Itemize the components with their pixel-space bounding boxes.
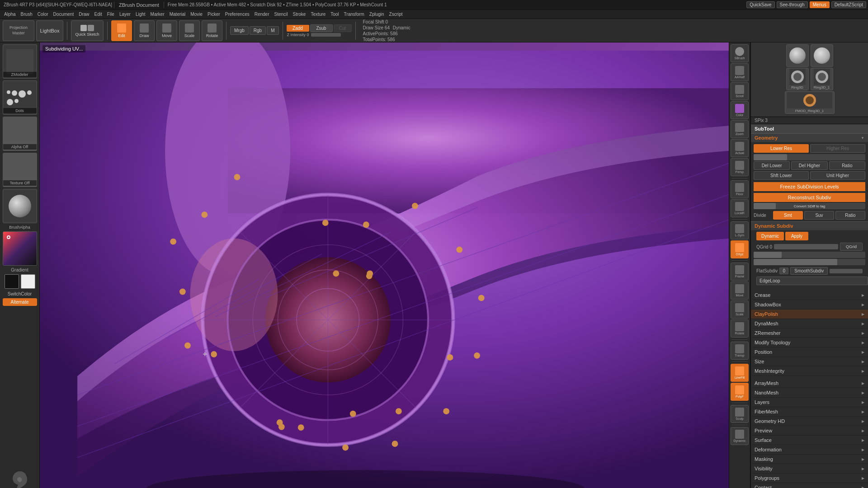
rotate-btn[interactable]: Rotate [202,20,222,41]
subtool-header[interactable]: SubTool [751,124,868,133]
suv-btn[interactable]: Suv [804,211,834,220]
vt-move[interactable]: Move [731,282,749,300]
shift-lower-btn[interactable]: Shft Lower [754,171,809,180]
ring3d1-preview[interactable]: Ring3D_1 [811,68,833,90]
apply-btn[interactable]: Apply [785,232,808,240]
zremesher-item[interactable]: ZRemesher ▶ [751,328,868,338]
menu-texture[interactable]: Texture [308,11,328,17]
lower-res-btn[interactable]: Lower Res [754,144,809,153]
vt-aahalf[interactable]: AAHalf [731,63,749,81]
menu-brush[interactable]: Brush [19,11,35,17]
lower-subdiv-slider[interactable] [754,252,865,258]
vt-scale[interactable]: Scale [731,300,749,319]
contact-item[interactable]: Contact ▶ [751,483,868,488]
quicksave-btn[interactable]: QuickSave [746,1,774,8]
rgb-btn[interactable]: Rgb [250,26,266,35]
subdiv-scroll-slider[interactable] [754,154,865,160]
mrgb-btn[interactable]: Mrgb [230,26,249,35]
smoothsubdiv-btn[interactable]: SmoothSubdiv [790,267,828,275]
geometry-section[interactable]: Geometry ▼ [751,133,868,142]
menu-material[interactable]: Material [167,11,188,17]
material-preview[interactable] [3,189,37,223]
fibermesh-item[interactable]: FiberMesh ▶ [751,407,868,417]
preview-item[interactable]: Preview ▶ [751,426,868,436]
eraser-brush-preview[interactable] [811,44,833,67]
qgrid-btn[interactable]: QGrid [840,243,863,251]
canvas-area[interactable]: Subdividing UV... + ▲▼ [40,42,729,488]
higher-res-btn[interactable]: Higher Res [810,144,865,153]
simple-brush-preview[interactable] [786,44,809,67]
dynamic-subdiv-label[interactable]: Dynamic Subdiv [751,221,868,230]
dynamic-btn[interactable]: Dynamic [756,232,784,240]
dot-brush-thumb[interactable]: Dots [3,80,37,115]
move-btn[interactable]: Move [156,20,177,41]
draw-btn[interactable]: Draw [134,20,155,41]
vt-zoom[interactable]: Zoom [731,120,749,138]
vt-frame[interactable]: Frame [731,263,749,281]
zmodeler-thumb[interactable]: ZModeler [3,44,37,79]
defaultzscript-btn[interactable]: DefaultZScript [831,1,866,8]
quick-sketch-btn[interactable]: Quick Sketch [71,20,104,41]
smoothsubdiv-slider[interactable] [830,269,863,273]
higher-subdiv-slider[interactable] [754,259,865,265]
vt-color[interactable]: Color [731,101,749,119]
see-through-btn[interactable]: See-through [777,1,808,8]
vt-persp[interactable]: Persp [731,158,749,176]
shadowbox-item[interactable]: ShadowBox ▶ [751,300,868,310]
menu-render[interactable]: Render [252,11,272,17]
menu-stencil[interactable]: Stencil [272,11,290,17]
alpha-thumb[interactable]: Alpha Off [3,117,37,151]
alternate-btn[interactable]: Alternate [3,298,37,306]
z-intensity-slider[interactable] [311,33,341,37]
menu-file[interactable]: File [105,11,117,17]
qgrid-slider[interactable] [774,244,838,249]
menus-btn[interactable]: Menus [810,1,830,8]
menu-document[interactable]: ZBrush Document [116,1,162,9]
vt-rotate[interactable]: Rotate [731,319,749,338]
menu-picker[interactable]: Picker [205,11,222,17]
dynamesh-item[interactable]: DynaMesh ▶ [751,319,868,328]
menu-zplugin[interactable]: Zplugin [367,11,387,17]
layers-item[interactable]: Layers ▶ [751,398,868,407]
menu-preferences[interactable]: Preferences [223,11,252,17]
vt-floor[interactable]: Floor [731,180,749,198]
vt-scroll[interactable]: Scroll [731,82,749,100]
edit-btn[interactable]: Edit [111,20,132,41]
crease-item[interactable]: Crease ▶ [751,291,868,300]
vt-simple-brush[interactable]: SBrush [731,44,749,62]
lightbox-btn[interactable]: LightBox [36,20,63,41]
vt-localr[interactable]: LocalR [731,199,749,217]
menu-alpha[interactable]: Alpha [2,11,18,17]
projection-master-btn[interactable]: Projection Master [3,20,34,41]
color-picker[interactable] [3,231,37,266]
scale-btn[interactable]: Scale [179,20,200,41]
ratio-btn[interactable]: Ratio [829,161,865,170]
menu-draw[interactable]: Draw [76,11,91,17]
modify-topology-item[interactable]: Modify Topology ▶ [751,338,868,347]
vt-actual[interactable]: Actual [731,139,749,157]
reconstruct-subdiv-btn[interactable]: Reconstruct Subdiv [754,193,865,202]
menu-light[interactable]: Light [133,11,148,17]
white-swatch[interactable] [21,274,35,289]
menu-document[interactable]: Document [51,11,76,17]
vt-lsym[interactable]: L-Sym [731,221,749,239]
menu-tool[interactable]: Tool [328,11,341,17]
vt-transp[interactable]: Transp [731,342,749,360]
menu-zscript[interactable]: Zscript [387,11,405,17]
polygroups-item[interactable]: Polygroups ▶ [751,474,868,483]
vt-dynamic[interactable]: Dynamic [731,427,749,445]
position-item[interactable]: Position ▶ [751,347,868,357]
visibility-item[interactable]: Visibility ▶ [751,464,868,474]
menu-transform[interactable]: Transform [342,11,367,17]
m-btn[interactable]: M [267,26,278,35]
zsub-btn[interactable]: Zsub [310,24,333,32]
masking-item[interactable]: Masking ▶ [751,455,868,464]
geometry-hd-item[interactable]: Geometry HD ▶ [751,417,868,426]
vt-polyf[interactable]: PolyF [731,383,749,401]
menu-stroke[interactable]: Stroke [291,11,308,17]
menu-movie[interactable]: Movie [188,11,205,17]
del-higher-btn[interactable]: Del Higher [791,161,827,170]
zadd-btn[interactable]: Zadd [287,25,309,32]
deformation-item[interactable]: Deformation ▶ [751,445,868,455]
edgeloop-btn[interactable]: EdgeLoop [756,277,868,285]
